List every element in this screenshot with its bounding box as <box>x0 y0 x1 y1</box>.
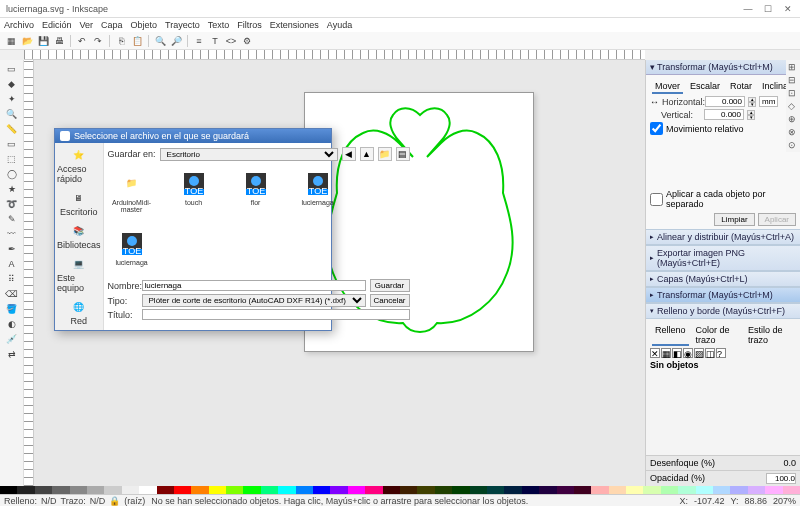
palette-swatch[interactable] <box>174 486 191 494</box>
palette-swatch[interactable] <box>400 486 417 494</box>
radial-grad-icon[interactable]: ◉ <box>683 348 693 358</box>
apply-each-checkbox[interactable] <box>650 193 663 206</box>
spin-down-icon[interactable]: ▾ <box>747 115 755 120</box>
layer-indicator[interactable]: (raíz) <box>124 496 145 506</box>
paste-icon[interactable]: 📋 <box>130 34 144 48</box>
palette-swatch[interactable] <box>643 486 660 494</box>
snap-icon[interactable]: ◇ <box>788 101 798 111</box>
unknown-icon[interactable]: ? <box>716 348 726 358</box>
canvas-area[interactable]: Seleccione el archivo en el que se guard… <box>24 60 645 486</box>
eraser-tool-icon[interactable]: ⌫ <box>3 287 21 301</box>
opacity-input[interactable] <box>766 473 796 484</box>
align-icon[interactable]: ≡ <box>192 34 206 48</box>
palette-swatch[interactable] <box>783 486 800 494</box>
relative-checkbox[interactable] <box>650 122 663 135</box>
palette-swatch[interactable] <box>278 486 295 494</box>
palette-swatch[interactable] <box>70 486 87 494</box>
palette-swatch[interactable] <box>35 486 52 494</box>
maximize-button[interactable]: ☐ <box>762 3 774 15</box>
palette-swatch[interactable] <box>243 486 260 494</box>
file-item[interactable]: TOEluciernaga <box>296 169 340 221</box>
accordion-export[interactable]: ▸Exportar imagen PNG (Mayús+Ctrl+E) <box>646 245 800 271</box>
menu-edicion[interactable]: Edición <box>42 20 72 30</box>
open-icon[interactable]: 📂 <box>20 34 34 48</box>
accordion-transform[interactable]: ▸Transformar (Mayús+Ctrl+M) <box>646 287 800 303</box>
zoom-out-icon[interactable]: 🔎 <box>169 34 183 48</box>
palette-swatch[interactable] <box>626 486 643 494</box>
palette-swatch[interactable] <box>591 486 608 494</box>
menu-filtros[interactable]: Filtros <box>237 20 262 30</box>
palette-swatch[interactable] <box>348 486 365 494</box>
accordion-fill[interactable]: ▾Relleno y borde (Mayús+Ctrl+F) <box>646 303 800 319</box>
palette-swatch[interactable] <box>748 486 765 494</box>
zoom-tool-icon[interactable]: 🔍 <box>3 107 21 121</box>
vertical-input[interactable] <box>704 109 744 120</box>
spray-tool-icon[interactable]: ⠿ <box>3 272 21 286</box>
spin-down-icon[interactable]: ▾ <box>748 102 756 107</box>
snap-icon[interactable]: ⊕ <box>788 114 798 124</box>
sidebar-item-desktop[interactable]: 🖥Escritorio <box>60 190 98 217</box>
unit-select[interactable]: mm <box>759 96 778 107</box>
accordion-layers[interactable]: ▸Capas (Mayús+Ctrl+L) <box>646 271 800 287</box>
snap-icon[interactable]: ⊞ <box>788 62 798 72</box>
file-item[interactable]: TOEflor <box>234 169 278 221</box>
snap-icon[interactable]: ⊙ <box>788 140 798 150</box>
text-icon[interactable]: T <box>208 34 222 48</box>
palette-swatch[interactable] <box>87 486 104 494</box>
dialog-titlebar[interactable]: Seleccione el archivo en el que se guard… <box>55 129 331 143</box>
palette-swatch[interactable] <box>157 486 174 494</box>
fill-tool-icon[interactable]: 🪣 <box>3 302 21 316</box>
linear-grad-icon[interactable]: ◧ <box>672 348 682 358</box>
name-input[interactable] <box>142 280 366 291</box>
connector-tool-icon[interactable]: ⇄ <box>3 347 21 361</box>
palette-swatch[interactable] <box>539 486 556 494</box>
nav-up-icon[interactable]: ▲ <box>360 147 374 161</box>
calligraphy-tool-icon[interactable]: ✒ <box>3 242 21 256</box>
palette-swatch[interactable] <box>330 486 347 494</box>
snap-icon[interactable]: ⊗ <box>788 127 798 137</box>
file-list-2[interactable]: TOEluciernaga <box>108 225 410 275</box>
palette-swatch[interactable] <box>504 486 521 494</box>
close-button[interactable]: ✕ <box>782 3 794 15</box>
palette-swatch[interactable] <box>209 486 226 494</box>
menu-objeto[interactable]: Objeto <box>131 20 158 30</box>
palette-swatch[interactable] <box>730 486 747 494</box>
sidebar-item-libraries[interactable]: 📚Bibliotecas <box>57 223 101 250</box>
select-tool-icon[interactable]: ▭ <box>3 62 21 76</box>
snap-icon[interactable]: ⊟ <box>788 75 798 85</box>
color-palette[interactable] <box>0 486 800 494</box>
transform-panel-header[interactable]: ▾Transformar (Mayús+Ctrl+M) <box>646 60 800 75</box>
minimize-button[interactable]: — <box>742 3 754 15</box>
menu-capa[interactable]: Capa <box>101 20 123 30</box>
palette-swatch[interactable] <box>765 486 782 494</box>
palette-swatch[interactable] <box>313 486 330 494</box>
xml-icon[interactable]: <> <box>224 34 238 48</box>
palette-swatch[interactable] <box>574 486 591 494</box>
redo-icon[interactable]: ↷ <box>91 34 105 48</box>
menu-extensiones[interactable]: Extensiones <box>270 20 319 30</box>
tab-mover[interactable]: Mover <box>652 80 683 94</box>
gradient-tool-icon[interactable]: ◐ <box>3 317 21 331</box>
snap-icon[interactable]: ⊡ <box>788 88 798 98</box>
copy-icon[interactable]: ⎘ <box>114 34 128 48</box>
new-icon[interactable]: ▦ <box>4 34 18 48</box>
star-tool-icon[interactable]: ★ <box>3 182 21 196</box>
palette-swatch[interactable] <box>661 486 678 494</box>
horizontal-input[interactable] <box>705 96 745 107</box>
tab-relleno[interactable]: Relleno <box>652 324 689 346</box>
palette-swatch[interactable] <box>470 486 487 494</box>
nav-view-icon[interactable]: ▤ <box>396 147 410 161</box>
nav-newfolder-icon[interactable]: 📁 <box>378 147 392 161</box>
tab-colortrazo[interactable]: Color de trazo <box>693 324 742 346</box>
dropper-tool-icon[interactable]: 💉 <box>3 332 21 346</box>
lock-icon[interactable]: 🔒 <box>109 496 120 506</box>
palette-swatch[interactable] <box>417 486 434 494</box>
sidebar-item-quickaccess[interactable]: ⭐Acceso rápido <box>57 147 101 184</box>
rect-tool-icon[interactable]: ▭ <box>3 137 21 151</box>
tab-escalar[interactable]: Escalar <box>687 80 723 94</box>
palette-swatch[interactable] <box>696 486 713 494</box>
file-list[interactable]: 📁ArduinoMidi-master TOEtouch TOEflor TOE… <box>108 165 410 225</box>
cancel-button[interactable]: Cancelar <box>370 294 410 307</box>
save-icon[interactable]: 💾 <box>36 34 50 48</box>
sidebar-item-thispc[interactable]: 💻Este equipo <box>57 256 101 293</box>
